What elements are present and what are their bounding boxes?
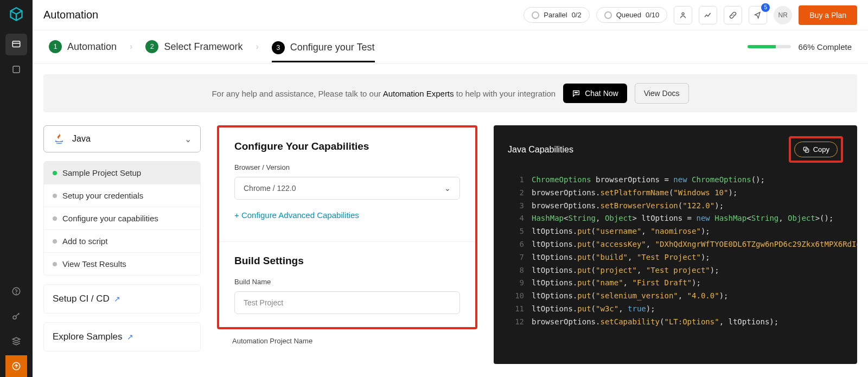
rail-upgrade-icon[interactable] bbox=[5, 355, 27, 377]
java-icon bbox=[53, 132, 66, 145]
user-avatar[interactable]: NR bbox=[774, 6, 792, 24]
integrations-icon[interactable] bbox=[724, 6, 742, 24]
view-docs-button[interactable]: View Docs bbox=[635, 83, 689, 104]
setup-steps-list: Sample Project Setup Setup your credenti… bbox=[43, 161, 201, 276]
svg-rect-1 bbox=[13, 66, 20, 73]
circle-icon bbox=[532, 11, 539, 19]
progress-bar bbox=[748, 45, 791, 48]
build-name-label: Build Name bbox=[234, 278, 460, 286]
external-link-icon: ↗ bbox=[114, 295, 120, 303]
rail-key-icon[interactable] bbox=[5, 305, 27, 327]
queued-pill[interactable]: Queued 0/10 bbox=[596, 7, 668, 23]
code-body[interactable]: 1ChromeOptions browserOptions = new Chro… bbox=[508, 174, 843, 329]
rail-layout-icon[interactable] bbox=[5, 59, 27, 80]
code-panel: Java Capabilities Copy 1ChromeOptions br… bbox=[494, 125, 857, 364]
browser-version-label: Browser / Version bbox=[234, 163, 460, 171]
side-item-results[interactable]: View Test Results bbox=[44, 253, 200, 275]
parallel-count: 0/2 bbox=[572, 11, 582, 19]
steps-bar: 1 Automation › 2 Select Framework › 3 Co… bbox=[33, 30, 868, 63]
progress-text: 66% Complete bbox=[799, 42, 852, 52]
step-framework[interactable]: 2 Select Framework bbox=[145, 40, 242, 53]
chevron-right-icon: › bbox=[256, 42, 258, 52]
chat-now-button[interactable]: Chat Now bbox=[563, 84, 627, 103]
help-text: For any help and assistance, Please talk… bbox=[212, 89, 556, 98]
devices-icon[interactable] bbox=[674, 6, 692, 24]
chevron-right-icon: › bbox=[130, 42, 132, 52]
parallel-pill[interactable]: Parallel 0/2 bbox=[524, 7, 589, 23]
svg-point-9 bbox=[577, 92, 578, 93]
language-select[interactable]: Java ⌄ bbox=[43, 125, 201, 152]
capabilities-title: Configure Your Capabilities bbox=[234, 140, 460, 152]
project-name-label: Automation Project Name bbox=[217, 337, 477, 345]
svg-point-6 bbox=[682, 12, 684, 15]
help-bar: For any help and assistance, Please talk… bbox=[43, 74, 857, 112]
rail-help-icon[interactable] bbox=[5, 280, 27, 302]
build-name-input[interactable] bbox=[234, 291, 460, 314]
page-title: Automation bbox=[43, 9, 98, 21]
buy-plan-button[interactable]: Buy a Plan bbox=[799, 5, 857, 25]
svg-point-3 bbox=[16, 293, 17, 294]
notification-icon[interactable]: 5 bbox=[749, 6, 767, 24]
left-rail bbox=[0, 0, 33, 377]
explore-samples-link[interactable]: Explore Samples↗ bbox=[43, 322, 201, 352]
copy-button[interactable]: Copy bbox=[794, 142, 838, 157]
side-item-sample-project[interactable]: Sample Project Setup bbox=[44, 162, 200, 184]
notif-badge: 5 bbox=[761, 3, 770, 12]
parallel-label: Parallel bbox=[544, 11, 567, 19]
side-item-script[interactable]: Add to script bbox=[44, 230, 200, 253]
chevron-down-icon: ⌄ bbox=[184, 134, 192, 144]
brand-logo-icon[interactable] bbox=[8, 5, 25, 23]
chevron-down-icon: ⌄ bbox=[444, 184, 451, 193]
copy-icon bbox=[802, 146, 810, 154]
queued-label: Queued bbox=[616, 11, 641, 19]
rail-stack-icon[interactable] bbox=[5, 330, 27, 352]
analytics-icon[interactable] bbox=[699, 6, 717, 24]
circle-icon bbox=[604, 11, 612, 19]
step-automation[interactable]: 1 Automation bbox=[49, 40, 117, 53]
chat-icon bbox=[572, 89, 580, 98]
queued-count: 0/10 bbox=[646, 11, 659, 19]
svg-rect-0 bbox=[12, 41, 20, 47]
topbar: Automation Parallel 0/2 Queued 0/10 bbox=[33, 0, 868, 30]
svg-point-8 bbox=[576, 92, 577, 93]
side-item-credentials[interactable]: Setup your credentials bbox=[44, 184, 200, 207]
rail-dashboard-icon[interactable] bbox=[5, 34, 27, 55]
svg-point-4 bbox=[13, 316, 16, 319]
setup-ci-cd-link[interactable]: Setup CI / CD↗ bbox=[43, 284, 201, 314]
step-configure[interactable]: 3 Configure your Test bbox=[272, 41, 375, 62]
external-link-icon: ↗ bbox=[127, 333, 133, 341]
browser-version-select[interactable]: Chrome / 122.0 ⌄ bbox=[234, 177, 460, 200]
build-settings-title: Build Settings bbox=[234, 255, 460, 267]
language-value: Java bbox=[72, 134, 91, 144]
svg-point-7 bbox=[575, 92, 576, 93]
configure-capabilities-card: Configure Your Capabilities Browser / Ve… bbox=[217, 125, 477, 329]
advanced-capabilities-link[interactable]: + Configure Advanced Capabilities bbox=[234, 210, 359, 220]
code-title: Java Capabilities bbox=[508, 145, 573, 155]
side-item-capabilities[interactable]: Configure your capabilities bbox=[44, 207, 200, 230]
